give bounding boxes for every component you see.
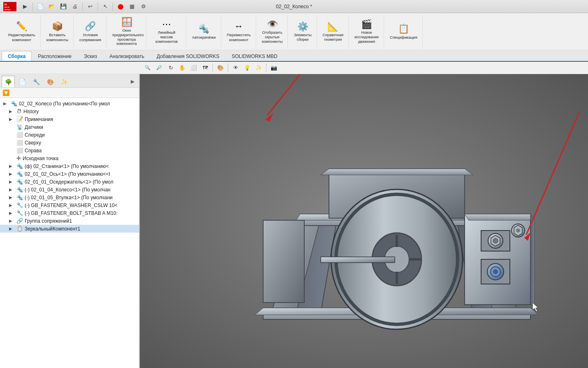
ptab-feature[interactable]: 🌳 <box>2 76 15 87</box>
move-component-label: Переместить компонент <box>227 33 251 42</box>
move-component-icon: ↔️ <box>234 21 243 32</box>
move-component-btn[interactable]: ↔️ Переместить компонент <box>225 19 253 44</box>
new-motion-btn[interactable]: 🎬 Новое исследование движения <box>352 17 381 45</box>
tree-comp2[interactable]: ▶ 🔩 02_01_02_Ось<1> (По умолчанию<<I <box>0 170 139 178</box>
tree-front[interactable]: ⬜ Спереди <box>0 131 139 139</box>
view-toolbar: 🔍 🔎 ↻ ✋ ⬜ 🗺 🎨 👁 💡 ✨ 📷 <box>0 62 588 74</box>
show-hidden-btn[interactable]: 👁️ Отобразить скрытые компоненты <box>259 17 285 45</box>
tree-comp6[interactable]: ▶ 🔧 (-) GB_FASTENER_WASHER_CSLW 10< <box>0 201 139 209</box>
tree-comp4[interactable]: ▶ 🔩 (-) 02_01_04_Колесо<1> (По умолчан <box>0 186 139 193</box>
display-style-btn[interactable]: 🎨 <box>215 63 226 73</box>
tab-mbd[interactable]: SOLIDWORKS MBD <box>225 51 283 61</box>
comp7-label: (-) GB_FASTENER_BOLT_STBAB A M10: <box>25 210 118 216</box>
tab-layout[interactable]: Расположение <box>32 51 78 61</box>
tab-sketch[interactable]: Эскиз <box>78 51 103 61</box>
save-btn[interactable]: 💾 <box>58 1 69 12</box>
tree-root[interactable]: ▶ 🔩 02_02_Колесо (По умолчанию<По умол <box>0 100 139 107</box>
section-view-btn[interactable]: ⬜ <box>188 63 199 73</box>
comp6-label: (-) GB_FASTENER_WASHER_CSLW 10< <box>25 203 118 208</box>
tree-comp3[interactable]: ▶ 🔩 02_01_01_Оседержатель<1> (По умол <box>0 178 139 186</box>
zoom-in-btn[interactable]: 🔎 <box>154 63 164 73</box>
move-group: ↔️ Переместить компонент <box>222 15 256 48</box>
comp3-label: 02_01_01_Оседержатель<1> (По умол <box>25 179 113 185</box>
show-hidden-icon: 👁️ <box>267 19 278 30</box>
display-group: 👁️ Отобразить скрытые компоненты <box>257 15 288 48</box>
render-btn[interactable]: 💡 <box>242 63 252 73</box>
history-expand: ▶ <box>9 109 15 114</box>
undo-btn[interactable]: ↩ <box>85 1 95 12</box>
preview-window-btn[interactable]: 🪟 Окно предварительного просмотра компон… <box>110 15 144 48</box>
tree-sensors[interactable]: 📡 Датчики <box>0 123 139 131</box>
tree-comp1[interactable]: ▶ 🔩 (ф) 02_Станина<1> (По умолчанию< <box>0 162 139 170</box>
new-motion-label: Новое исследование движения <box>354 30 379 44</box>
model-svg <box>140 74 588 368</box>
zoom-to-fit-btn[interactable]: 🔍 <box>142 63 153 73</box>
tree-mates[interactable]: ▶ 🔗 Группа сопряжений1 <box>0 217 139 225</box>
linear-pattern-btn[interactable]: ⋯ Линейный массив компонентов <box>150 17 183 45</box>
ptab-config[interactable]: 🔧 <box>30 76 43 87</box>
expand-btn[interactable]: ▶ <box>20 1 30 12</box>
tree-mirror[interactable]: ▶ 🪞 ЗеркальныйКомпонент1 <box>0 225 139 233</box>
tree-origin[interactable]: ✛ Исходная точка <box>0 154 139 162</box>
top-icon: ⬜ <box>16 140 23 146</box>
tree-comp5[interactable]: ▶ 🔩 (-) 02_01_05_Втулка<1> (По умолчани <box>0 193 139 201</box>
feature-tree: ▶ 🔩 02_02_Колесо (По умолчанию<По умол ▶… <box>0 98 139 368</box>
comp7-expand: ▶ <box>9 211 15 215</box>
ptab-display[interactable]: 🎨 <box>44 76 57 87</box>
right-label: Справа <box>25 148 42 154</box>
spec-group: 📋 Спецификация <box>385 15 423 48</box>
main-area: 🌳 📄 🔧 🎨 ✨ ▶ 🔽 ▶ 🔩 02_02_Колесо (По умолч… <box>0 74 588 368</box>
assembly-feat-btn[interactable]: ⚙️ Элементы сборки <box>291 20 314 44</box>
rebuild-btn[interactable]: ⬤ <box>115 1 126 12</box>
ref-geom-icon: 📐 <box>327 21 338 32</box>
comp6-icon: 🔧 <box>16 202 23 208</box>
view-orient-btn[interactable]: 🗺 <box>200 63 211 73</box>
svg-marker-24 <box>465 214 535 220</box>
tab-addins[interactable]: Добавления SOLIDWORKS <box>150 51 226 61</box>
mates-group: 🔗 Условия сопряжения <box>74 15 106 48</box>
tree-history[interactable]: ▶ ⏱ History <box>0 107 139 115</box>
tab-assembly[interactable]: Сборка <box>2 51 32 61</box>
right-icon: ⬜ <box>16 147 23 154</box>
screen-capture-btn[interactable]: 📷 <box>269 63 279 73</box>
svg-text:WORKS: WORKS <box>4 8 11 10</box>
insert-components-icon: 📦 <box>52 21 63 32</box>
preview-window-icon: 🪟 <box>121 17 132 28</box>
view-btn[interactable]: ▦ <box>127 1 137 12</box>
auto-fasteners-btn[interactable]: 🔩 Автокрепёжи <box>190 22 218 41</box>
tree-comp7[interactable]: ▶ 🔧 (-) GB_FASTENER_BOLT_STBAB A M10: <box>0 209 139 217</box>
origin-icon: ✛ <box>16 155 21 161</box>
filter-bar: 🔽 <box>0 88 139 98</box>
specification-icon: 📋 <box>398 23 409 34</box>
new-doc-btn[interactable]: 📄 <box>35 1 46 12</box>
tree-notes[interactable]: ▶ 📝 Примечания <box>0 115 139 123</box>
left-panel: 🌳 📄 🔧 🎨 ✨ ▶ 🔽 ▶ 🔩 02_02_Колесо (По умолч… <box>0 74 140 368</box>
tree-top[interactable]: ⬜ Сверху <box>0 139 139 147</box>
notes-icon: 📝 <box>16 116 23 122</box>
print-btn[interactable]: 🖨 <box>69 1 80 12</box>
specification-btn[interactable]: 📋 Спецификация <box>387 22 420 41</box>
linear-pattern-icon: ⋯ <box>162 19 171 30</box>
origin-label: Исходная точка <box>23 156 58 161</box>
ptab-property[interactable]: 📄 <box>16 76 29 87</box>
tab-analyze[interactable]: Анализировать <box>103 51 150 61</box>
tree-right[interactable]: ⬜ Справа <box>0 147 139 154</box>
svg-rect-39 <box>321 257 395 263</box>
insert-components-btn[interactable]: 📦 Вставить компоненты <box>44 19 71 44</box>
select-btn[interactable]: ↖ <box>100 1 111 12</box>
rotate-btn[interactable]: ↻ <box>165 63 176 73</box>
open-doc-btn[interactable]: 📂 <box>46 1 57 12</box>
comp1-label: (ф) 02_Станина<1> (По умолчанию< <box>25 163 109 169</box>
viewport[interactable] <box>140 74 588 368</box>
panel-tab-arrow[interactable]: ▶ <box>127 76 137 87</box>
edit-component-btn[interactable]: ✏️ Редактировать компонент <box>6 19 38 44</box>
hide-show-btn[interactable]: 👁 <box>230 63 241 73</box>
ptab-appearance[interactable]: ✨ <box>58 76 71 87</box>
conditions-btn[interactable]: 🔗 Условия сопряжения <box>77 19 104 44</box>
ref-geom-btn[interactable]: 📐 Справочная геометрия <box>320 20 346 44</box>
pan-btn[interactable]: ✋ <box>177 63 188 73</box>
appearance-btn[interactable]: ✨ <box>253 63 264 73</box>
mates-icon: 🔗 <box>16 218 23 224</box>
comp7-icon: 🔧 <box>16 210 23 216</box>
options-btn[interactable]: ⚙ <box>138 1 149 12</box>
